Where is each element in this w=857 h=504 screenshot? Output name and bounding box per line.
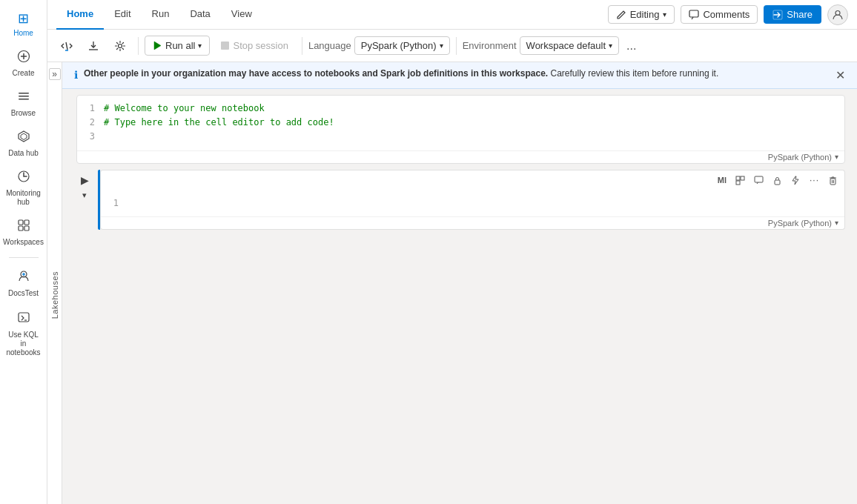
- comments-icon: [689, 10, 699, 20]
- nav-tabs: Home Edit Run Data View: [56, 0, 262, 30]
- environment-chevron: ▾: [609, 42, 612, 50]
- docstest-icon: [16, 268, 31, 287]
- cell-2-line-num-1: 1: [110, 196, 119, 210]
- language-label: Language: [308, 40, 351, 51]
- sidebar-item-kql[interactable]: Use KQL in notebooks: [3, 305, 44, 362]
- content-area: » Lakehouses ℹ Other people in your orga…: [47, 62, 857, 504]
- sidebar-item-workspaces-label: Workspaces: [3, 238, 44, 247]
- cell-toolbar-convert[interactable]: [732, 174, 749, 187]
- cell-2-run-col: ▶ ▾: [74, 170, 98, 202]
- ribbon-divider-3: [456, 37, 457, 55]
- sidebar-item-browse[interactable]: Browse: [3, 85, 44, 122]
- ribbon-divider-2: [302, 37, 302, 55]
- run-all-button[interactable]: Run all ▾: [145, 36, 210, 56]
- topbar: Home Edit Run Data View Editing ▾ Commen…: [47, 0, 857, 30]
- svg-point-25: [119, 44, 122, 47]
- add-code-button[interactable]: [55, 36, 79, 56]
- code-line-3: [104, 130, 833, 144]
- language-chevron: ▾: [440, 42, 443, 50]
- import-icon: [87, 40, 99, 52]
- info-banner-close[interactable]: ✕: [836, 68, 845, 82]
- svg-rect-32: [775, 180, 780, 185]
- tab-home[interactable]: Home: [56, 0, 104, 30]
- environment-value: Workspace default: [526, 40, 606, 51]
- info-banner-rest: Carefully review this item before runnin…: [548, 68, 718, 79]
- sidebar-item-browse-label: Browse: [11, 109, 36, 118]
- cell-2: ▶ ▾ Ml: [74, 170, 845, 230]
- sidebar-item-datahub[interactable]: Data hub: [3, 125, 44, 162]
- code-line-1: # Welcome to your new notebook: [104, 102, 833, 116]
- svg-rect-3: [19, 93, 29, 94]
- notebook-area: ℹ Other people in your organization may …: [62, 62, 857, 504]
- sidebar-item-monitoring[interactable]: Monitoring hub: [3, 165, 44, 211]
- cell-1-code[interactable]: # Welcome to your new notebook # Type he…: [104, 102, 844, 145]
- settings-icon: [114, 40, 126, 52]
- run-cell-button[interactable]: ▶: [79, 173, 90, 188]
- editing-chevron: ▾: [663, 10, 666, 19]
- cell-1-row: 1 2 3 # Welcome to your new notebook: [74, 95, 845, 164]
- cell-toolbar-comment[interactable]: [750, 174, 767, 187]
- code-line-2: # Type here in the cell editor to add co…: [104, 116, 833, 130]
- share-icon: [772, 10, 783, 20]
- svg-rect-10: [24, 220, 29, 225]
- add-code-icon: [61, 40, 73, 52]
- stop-session-label: Stop session: [233, 40, 288, 51]
- svg-marker-7: [21, 133, 27, 140]
- lock-icon: [772, 176, 782, 185]
- avatar-button[interactable]: [827, 4, 848, 25]
- share-button[interactable]: Share: [764, 5, 821, 24]
- lakehouses-label: Lakehouses: [50, 271, 59, 319]
- cell-2-code[interactable]: [128, 196, 844, 210]
- stop-session-button: Stop session: [213, 36, 295, 55]
- cell-2-content[interactable]: 1 PySpark (Python) ▾: [100, 190, 845, 230]
- settings-button[interactable]: [108, 36, 132, 56]
- cell-toolbar-lock[interactable]: [769, 174, 786, 187]
- cell-toolbar-ml[interactable]: Ml: [714, 174, 730, 186]
- cell-1-lang-chevron[interactable]: ▾: [835, 153, 838, 161]
- svg-line-21: [66, 42, 67, 50]
- info-banner: ℹ Other people in your organization may …: [62, 62, 857, 89]
- tab-data[interactable]: Data: [179, 0, 220, 30]
- code-comment-1: # Welcome to your new notebook: [104, 102, 265, 116]
- sidebar-separator: [9, 257, 39, 258]
- cell-2-lang-chevron[interactable]: ▾: [835, 219, 838, 227]
- line-num-2: 2: [86, 116, 95, 130]
- cell-toolbar-spark[interactable]: [787, 174, 804, 187]
- sidebar-item-monitoring-label: Monitoring hub: [6, 189, 42, 207]
- cell-toolbar-delete[interactable]: [824, 174, 841, 187]
- tab-view[interactable]: View: [221, 0, 262, 30]
- more-options-button[interactable]: ...: [622, 36, 641, 56]
- comments-button[interactable]: Comments: [681, 5, 758, 24]
- cell-1-content[interactable]: 1 2 3 # Welcome to your new notebook: [76, 95, 845, 164]
- run-cell-dropdown[interactable]: ▾: [81, 189, 88, 202]
- cell-2-language: PySpark (Python): [768, 219, 832, 228]
- collapse-panel-button[interactable]: »: [49, 68, 61, 80]
- environment-dropdown[interactable]: Workspace default ▾: [520, 36, 619, 55]
- stop-icon: [220, 41, 230, 50]
- sidebar-item-home[interactable]: ⊞ Home: [3, 6, 44, 42]
- tab-edit[interactable]: Edit: [104, 0, 141, 30]
- sidebar-item-workspaces[interactable]: Workspaces: [3, 214, 44, 251]
- sidebar-item-create[interactable]: Create: [3, 45, 44, 82]
- main-area: Home Edit Run Data View Editing ▾ Commen…: [47, 0, 857, 504]
- import-button[interactable]: [82, 36, 105, 56]
- svg-marker-26: [154, 42, 161, 50]
- cell-2-row: ▶ ▾ Ml: [74, 170, 845, 230]
- language-dropdown[interactable]: PySpark (Python) ▾: [354, 36, 450, 55]
- edit-icon: [616, 10, 626, 20]
- line-num-1: 1: [86, 102, 95, 116]
- sidebar-item-docstest[interactable]: DocsTest: [3, 264, 44, 302]
- cell-1: 1 2 3 # Welcome to your new notebook: [74, 95, 845, 164]
- tab-run[interactable]: Run: [142, 0, 180, 30]
- environment-label: Environment: [463, 40, 517, 51]
- editing-button[interactable]: Editing ▾: [608, 5, 675, 24]
- svg-rect-27: [221, 42, 229, 50]
- svg-rect-5: [19, 99, 29, 100]
- svg-rect-18: [689, 10, 698, 17]
- cell-toolbar-more[interactable]: ···: [806, 173, 823, 187]
- workspaces-icon: [17, 219, 30, 236]
- svg-rect-4: [19, 96, 29, 97]
- svg-rect-31: [755, 176, 763, 182]
- svg-rect-33: [830, 179, 836, 185]
- cell-1-line-numbers: 1 2 3: [77, 102, 104, 145]
